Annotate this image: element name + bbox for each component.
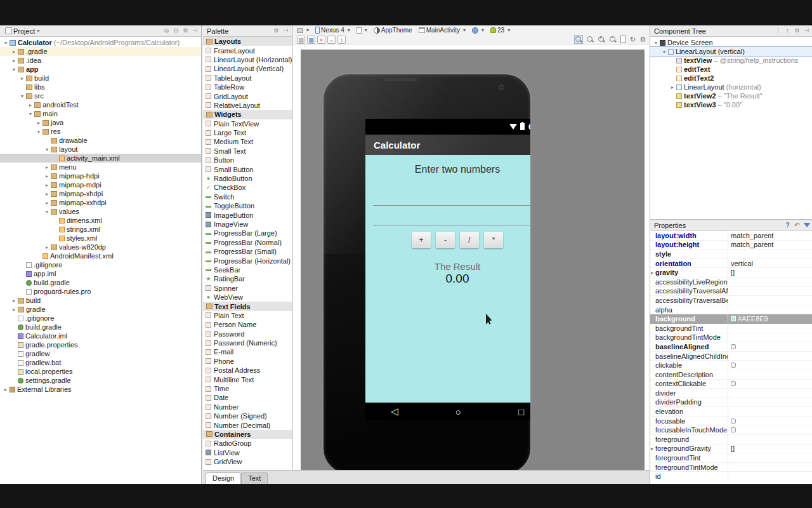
- palette-item[interactable]: RadioGroup: [203, 439, 292, 448]
- palette-item[interactable]: RelativeLayout: [203, 101, 292, 110]
- chevron-right-icon[interactable]: ▸: [11, 49, 17, 55]
- design-canvas[interactable]: 6:00 Calculator Enter two numbers +-/* T…: [293, 44, 650, 470]
- tree-item[interactable]: ▾layout: [0, 145, 201, 154]
- palette-item[interactable]: ●RadioButton: [203, 174, 292, 183]
- property-value[interactable]: [728, 417, 812, 425]
- palette-item[interactable]: Spinner: [203, 284, 292, 293]
- property-value[interactable]: []: [728, 268, 812, 277]
- palette-item[interactable]: ListView: [203, 448, 292, 457]
- palette-item[interactable]: ▬ProgressBar (Horizontal): [203, 256, 292, 265]
- tree-item[interactable]: textView3 – "0.00": [650, 100, 812, 109]
- palette-item[interactable]: ★RatingBar: [203, 274, 292, 283]
- chevron-right-icon[interactable]: ▸: [44, 191, 50, 197]
- property-row[interactable]: id: [650, 472, 812, 481]
- chevron-down-icon[interactable]: ▾: [661, 49, 667, 55]
- property-row[interactable]: style: [650, 250, 812, 259]
- chevron-right-icon[interactable]: ▸: [44, 200, 50, 206]
- expand-vertical-icon[interactable]: ↕: [337, 36, 346, 44]
- property-value[interactable]: [728, 425, 812, 434]
- tree-item[interactable]: activity_main.xml: [0, 154, 201, 163]
- tree-item[interactable]: ▸java: [0, 118, 201, 127]
- operator-button[interactable]: /: [460, 232, 479, 248]
- tree-item[interactable]: .gitignore: [0, 314, 201, 323]
- tree-item[interactable]: ▾main: [0, 109, 201, 118]
- tree-item[interactable]: ▸External Libraries: [0, 385, 201, 394]
- property-row[interactable]: foregroundTint: [650, 453, 812, 463]
- palette-item[interactable]: Small Text: [203, 147, 292, 156]
- chevron-right-icon[interactable]: ▸: [44, 244, 50, 250]
- property-row[interactable]: layout:heightmatch_parent: [650, 241, 812, 250]
- palette-item[interactable]: Medium Text: [203, 137, 292, 146]
- palette-category[interactable]: Widgets: [203, 110, 292, 119]
- chevron-down-icon[interactable]: ▾: [3, 40, 9, 46]
- palette-item[interactable]: GridView: [203, 457, 292, 466]
- tree-item[interactable]: local.properties: [0, 367, 201, 376]
- result-value-textview[interactable]: 0.00: [365, 272, 532, 286]
- tree-item[interactable]: ▸LinearLayout (horizontal): [650, 83, 812, 91]
- api-level-dropdown[interactable]: 23▾: [490, 27, 510, 34]
- chevron-right-icon[interactable]: ▸: [3, 387, 9, 392]
- device-dropdown[interactable]: Nexus 4▾: [315, 27, 350, 34]
- property-row[interactable]: accessibilityTraversalBefore: [650, 296, 812, 305]
- recents-icon[interactable]: □: [518, 406, 524, 417]
- tree-item[interactable]: ▸build: [0, 296, 201, 305]
- property-value[interactable]: [728, 435, 812, 444]
- palette-item[interactable]: Time: [203, 384, 292, 393]
- chevron-down-icon[interactable]: ▾: [653, 40, 659, 46]
- property-value[interactable]: [728, 361, 812, 370]
- palette-item[interactable]: E-mail: [203, 347, 292, 356]
- palette-item[interactable]: Plain Text: [203, 311, 292, 320]
- chevron-right-icon[interactable]: ▸: [669, 84, 676, 90]
- locate-icon[interactable]: ◎: [163, 27, 170, 34]
- gear-icon[interactable]: ⚙: [182, 27, 189, 34]
- tree-item[interactable]: editText: [650, 65, 812, 74]
- palette-item[interactable]: TableLayout: [203, 74, 292, 83]
- tree-item[interactable]: build.gradle: [0, 278, 201, 287]
- tree-item[interactable]: ▾Calculator (~/Desktop/AndroidPrograms/C…: [0, 38, 201, 47]
- tree-item[interactable]: ▸.idea: [0, 56, 201, 65]
- chevron-right-icon[interactable]: ▸: [27, 102, 34, 108]
- tree-item[interactable]: libs: [0, 83, 201, 91]
- chevron-down-icon[interactable]: ▾: [11, 67, 17, 72]
- palette-item[interactable]: Password: [203, 330, 292, 338]
- tree-item[interactable]: .gitignore: [0, 260, 201, 269]
- property-row[interactable]: ▸foregroundGravity[]: [650, 444, 812, 454]
- property-row[interactable]: accessibilityLiveRegion: [650, 277, 812, 287]
- chevron-right-icon[interactable]: ▸: [11, 298, 17, 304]
- property-row[interactable]: accessibilityTraversalAfter: [650, 287, 812, 297]
- palette-item[interactable]: ImageButton: [203, 210, 292, 219]
- project-view-dropdown[interactable]: ▾: [37, 28, 39, 34]
- tree-item[interactable]: drawable: [0, 136, 201, 145]
- result-label-textview[interactable]: The Result: [365, 261, 532, 272]
- hide-panel-icon[interactable]: ⊣: [192, 27, 199, 34]
- collapse-icon[interactable]: ↕: [784, 27, 791, 34]
- property-value[interactable]: [728, 333, 812, 342]
- palette-item[interactable]: ▬ToggleButton: [203, 201, 292, 210]
- palette-item[interactable]: Button: [203, 156, 292, 164]
- tree-item[interactable]: strings.xml: [0, 225, 201, 234]
- palette-gear-icon[interactable]: ⚙: [273, 27, 280, 34]
- tree-item[interactable]: gradle.properties: [0, 340, 201, 349]
- property-value[interactable]: vertical: [728, 259, 812, 268]
- palette-item[interactable]: Postal Address: [203, 366, 292, 375]
- property-value[interactable]: [728, 250, 812, 258]
- palette-item[interactable]: Number: [203, 403, 292, 411]
- zoom-tool-icon[interactable]: [586, 36, 594, 43]
- zoom-to-fit-icon[interactable]: [620, 36, 626, 43]
- chevron-right-icon[interactable]: ▸: [19, 76, 25, 81]
- property-value[interactable]: [728, 398, 812, 407]
- chevron-right-icon[interactable]: ▸: [11, 307, 17, 312]
- property-row[interactable]: elevation: [650, 407, 812, 417]
- collapse-all-icon[interactable]: ⊟: [173, 27, 180, 34]
- tree-item[interactable]: ▸gradle: [0, 305, 201, 314]
- operator-button[interactable]: +: [412, 232, 431, 248]
- chevron-right-icon[interactable]: ▸: [44, 164, 50, 170]
- tree-item[interactable]: textView – @string/help_instructions: [650, 56, 812, 65]
- palette-item[interactable]: Large Text: [203, 128, 292, 137]
- property-row[interactable]: divider: [650, 389, 812, 398]
- property-value[interactable]: [728, 389, 812, 398]
- reset-icon[interactable]: ↶: [794, 222, 801, 229]
- property-value[interactable]: [728, 287, 812, 296]
- property-value[interactable]: [728, 305, 812, 314]
- layout-content[interactable]: Enter two numbers +-/* The Result 0.00: [365, 155, 532, 403]
